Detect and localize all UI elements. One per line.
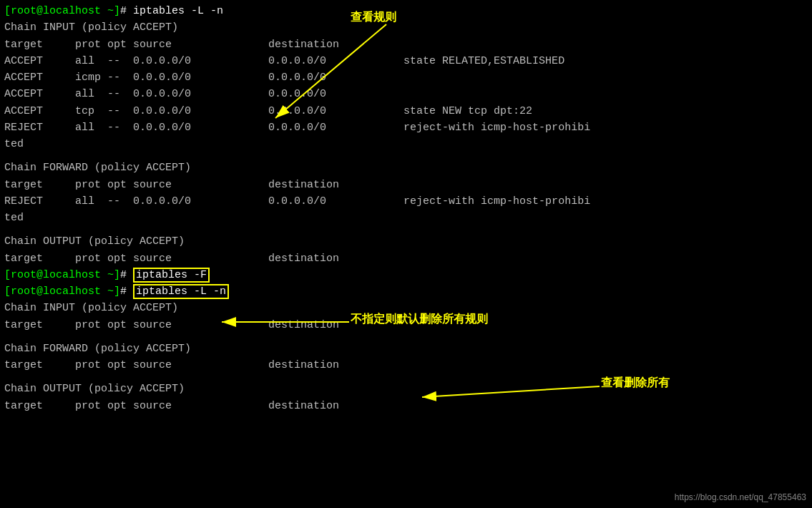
blank-line <box>4 152 808 160</box>
terminal-line: ted <box>4 136 808 152</box>
normal-text: ted <box>4 212 24 224</box>
normal-text: target prot opt source destination <box>4 400 339 412</box>
prompt-hash: # <box>120 269 127 281</box>
terminal-line: target prot opt source destination <box>4 357 808 373</box>
highlighted-cmd: iptables -L -n <box>133 284 229 299</box>
terminal-line: REJECT all -- 0.0.0.0/0 0.0.0.0/0 reject… <box>4 119 808 136</box>
normal-text: Chain INPUT (policy ACCEPT) <box>4 21 178 34</box>
normal-text: Chain INPUT (policy ACCEPT) <box>4 302 178 314</box>
normal-text: target prot opt source destination <box>4 39 339 51</box>
terminal-line: Chain OUTPUT (policy ACCEPT) <box>4 381 808 397</box>
normal-text: ted <box>4 138 24 150</box>
terminal-line: Chain INPUT (policy ACCEPT) <box>4 19 808 36</box>
terminal-line: target prot opt source destination <box>4 36 808 53</box>
terminal-line: ACCEPT all -- 0.0.0.0/0 0.0.0.0/0 <box>4 86 808 102</box>
blank-line <box>4 333 808 341</box>
cmd-text: iptables -L -n <box>127 5 223 17</box>
terminal-line: Chain FORWARD (policy ACCEPT) <box>4 341 808 357</box>
cmd-text: iptables -L -n <box>127 284 229 299</box>
terminal-line: ted <box>4 210 808 226</box>
terminal-line: ACCEPT icmp -- 0.0.0.0/0 0.0.0.0/0 <box>4 69 808 86</box>
normal-text: ACCEPT icmp -- 0.0.0.0/0 0.0.0.0/0 <box>4 72 326 84</box>
terminal-window: [root@localhost ~]# iptables -L -nChain … <box>0 0 812 508</box>
blank-line <box>4 373 808 381</box>
terminal-line: [root@localhost ~]# iptables -L -n <box>4 283 808 300</box>
prompt-user: [root@localhost ~] <box>4 5 120 17</box>
normal-text: target prot opt source destination <box>4 253 339 265</box>
annotation-view-deleted: 查看删除所有 <box>601 376 670 391</box>
normal-text: REJECT all -- 0.0.0.0/0 0.0.0.0/0 reject… <box>4 195 590 207</box>
terminal-line: ACCEPT tcp -- 0.0.0.0/0 0.0.0.0/0 state … <box>4 103 808 119</box>
prompt-hash: # <box>120 5 127 17</box>
normal-text: ACCEPT tcp -- 0.0.0.0/0 0.0.0.0/0 state … <box>4 105 532 117</box>
blank-line <box>4 226 808 233</box>
annotation-delete-rules: 不指定则默认删除所有规则 <box>351 312 488 327</box>
normal-text: target prot opt source destination <box>4 359 339 371</box>
terminal-line: [root@localhost ~]# iptables -L -n <box>4 3 808 19</box>
terminal-line: target prot opt source destination <box>4 250 808 267</box>
terminal-line: Chain OUTPUT (policy ACCEPT) <box>4 233 808 250</box>
watermark: https://blog.csdn.net/qq_47855463 <box>675 492 806 502</box>
terminal-line: target prot opt source destination <box>4 177 808 193</box>
terminal-line: ACCEPT all -- 0.0.0.0/0 0.0.0.0/0 state … <box>4 53 808 69</box>
prompt-user: [root@localhost ~] <box>4 285 120 298</box>
prompt-user: [root@localhost ~] <box>4 269 120 281</box>
normal-text: REJECT all -- 0.0.0.0/0 0.0.0.0/0 reject… <box>4 122 590 134</box>
normal-text: Chain FORWARD (policy ACCEPT) <box>4 343 191 355</box>
normal-text: Chain OUTPUT (policy ACCEPT) <box>4 383 185 395</box>
normal-text: ACCEPT all -- 0.0.0.0/0 0.0.0.0/0 state … <box>4 55 564 67</box>
normal-text: ACCEPT all -- 0.0.0.0/0 0.0.0.0/0 <box>4 88 326 100</box>
highlighted-cmd: iptables -F <box>133 268 210 283</box>
normal-text: target prot opt source destination <box>4 179 339 191</box>
annotation-view-rules: 查看规则 <box>351 10 396 25</box>
cmd-text: iptables -F <box>127 268 210 283</box>
prompt-hash: # <box>120 285 127 298</box>
terminal-line: target prot opt source destination <box>4 398 808 414</box>
terminal-line: [root@localhost ~]# iptables -F <box>4 267 808 283</box>
normal-text: Chain FORWARD (policy ACCEPT) <box>4 162 191 174</box>
normal-text: target prot opt source destination <box>4 319 339 331</box>
terminal-line: Chain FORWARD (policy ACCEPT) <box>4 160 808 176</box>
terminal-line: REJECT all -- 0.0.0.0/0 0.0.0.0/0 reject… <box>4 193 808 210</box>
normal-text: Chain OUTPUT (policy ACCEPT) <box>4 235 185 248</box>
